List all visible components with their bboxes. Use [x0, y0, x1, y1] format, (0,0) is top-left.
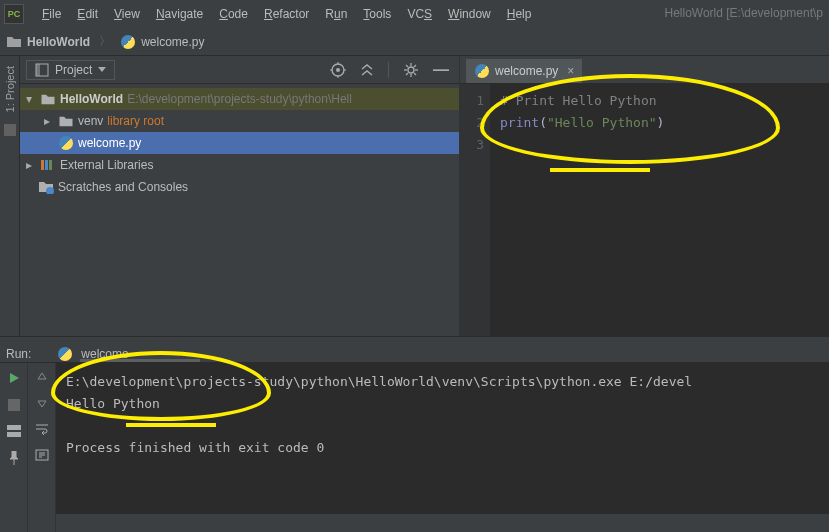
chevron-down-icon: ▾ [26, 92, 36, 106]
code-paren: ( [539, 115, 547, 130]
menu-run[interactable]: Run [317, 4, 355, 24]
tree-external-label: External Libraries [60, 158, 153, 172]
target-icon[interactable] [330, 62, 346, 78]
left-rail: 1: Project [0, 56, 20, 336]
breadcrumb-sep: 〉 [99, 33, 111, 50]
svg-line-15 [406, 73, 408, 75]
soft-wrap-icon[interactable] [35, 423, 49, 435]
svg-line-13 [406, 65, 408, 67]
menu-refactor[interactable]: Refactor [256, 4, 317, 24]
run-gutter-left [0, 363, 28, 532]
tree-root[interactable]: ▾ HelloWorld E:\development\projects-stu… [20, 88, 459, 110]
code-comment: # Print Hello Python [500, 93, 657, 108]
tab-indicator [80, 359, 200, 362]
stop-icon[interactable] [8, 399, 20, 411]
separator [388, 62, 389, 78]
tree-venv[interactable]: ▸ venv library root [20, 110, 459, 132]
project-tree: ▾ HelloWorld E:\development\projects-stu… [20, 84, 459, 198]
breadcrumb-file[interactable]: welcome.py [141, 35, 204, 49]
menu-window[interactable]: Window [440, 4, 499, 24]
console-line: Process finished with exit code 0 [66, 440, 324, 455]
menu-help[interactable]: Help [499, 4, 540, 24]
console-line: Hello Python [66, 396, 160, 411]
editor-tabs: welcome.py × [460, 56, 829, 84]
breadcrumb: HelloWorld 〉 welcome.py [0, 28, 829, 56]
project-view-selector[interactable]: Project [26, 60, 115, 80]
run-gutter-right [28, 363, 56, 532]
pin-icon[interactable] [8, 451, 20, 465]
folder-icon [58, 115, 74, 128]
svg-rect-19 [49, 160, 52, 170]
svg-rect-22 [7, 432, 21, 437]
python-file-icon [120, 34, 136, 50]
scratches-icon [38, 180, 54, 194]
libraries-icon [40, 158, 56, 172]
rerun-icon[interactable] [7, 371, 21, 385]
menu-edit[interactable]: Edit [69, 4, 106, 24]
tree-scratches-label: Scratches and Consoles [58, 180, 188, 194]
breadcrumb-project[interactable]: HelloWorld [27, 35, 90, 49]
code-builtin: print [500, 115, 539, 130]
folder-icon [40, 93, 56, 106]
tree-root-name: HelloWorld [60, 92, 123, 106]
collapse-all-icon[interactable] [360, 63, 374, 77]
run-header: Run: welcome [0, 346, 829, 363]
editor-area: welcome.py × 1 2 3 # Print Hello Python … [460, 56, 829, 336]
menu-bar: PC File Edit View Navigate Code Refactor… [0, 0, 829, 28]
code-editor[interactable]: 1 2 3 # Print Hello Python print("Hello … [460, 84, 829, 336]
tree-root-path: E:\development\projects-study\python\Hel… [127, 92, 352, 106]
tree-venv-hint: library root [107, 114, 164, 128]
close-icon[interactable]: × [567, 64, 574, 78]
menu-code[interactable]: Code [211, 4, 256, 24]
window-title: HelloWorld [E:\development\p [664, 6, 823, 20]
tree-file-name: welcome.py [78, 136, 141, 150]
chevron-right-icon: ▸ [26, 158, 36, 172]
python-file-icon [58, 135, 74, 151]
menu-navigate[interactable]: Navigate [148, 4, 211, 24]
code-content[interactable]: # Print Hello Python print("Hello Python… [490, 84, 829, 336]
editor-tab-welcome[interactable]: welcome.py × [466, 59, 582, 83]
menu-vcs[interactable]: VCS [399, 4, 440, 24]
hide-icon[interactable]: — [433, 61, 449, 79]
tree-external[interactable]: ▸ External Libraries [20, 154, 459, 176]
svg-point-8 [408, 67, 414, 73]
app-icon: PC [4, 4, 24, 24]
project-tool-window: Project — ▾ [20, 56, 460, 336]
splitter[interactable] [0, 336, 829, 346]
folder-icon [6, 35, 22, 49]
rail-project-label[interactable]: 1: Project [4, 62, 16, 116]
down-icon[interactable] [36, 397, 48, 409]
svg-rect-1 [36, 64, 40, 76]
scroll-to-end-icon[interactable] [35, 449, 49, 461]
tree-scratches[interactable]: Scratches and Consoles [20, 176, 459, 198]
project-view-label: Project [55, 63, 92, 77]
line-number: 3 [460, 134, 484, 156]
menu-tools[interactable]: Tools [355, 4, 399, 24]
svg-point-3 [336, 68, 340, 72]
run-tool-window: Run: welcome [0, 346, 829, 514]
annotation-line [126, 423, 216, 427]
svg-line-16 [414, 65, 416, 67]
code-paren: ) [657, 115, 665, 130]
rail-button[interactable] [4, 124, 16, 136]
editor-tab-label: welcome.py [495, 64, 558, 78]
python-file-icon [57, 346, 73, 362]
menu-view[interactable]: View [106, 4, 148, 24]
menu-file[interactable]: File [34, 4, 69, 24]
svg-line-14 [414, 73, 416, 75]
layout-icon[interactable] [7, 425, 21, 437]
chevron-down-icon [98, 67, 106, 72]
up-icon[interactable] [36, 371, 48, 383]
project-header: Project — [20, 56, 459, 84]
python-file-icon [474, 63, 490, 79]
tree-file-selected[interactable]: welcome.py [20, 132, 459, 154]
gear-icon[interactable] [403, 62, 419, 78]
run-label: Run: [6, 347, 31, 361]
project-icon [35, 63, 49, 77]
svg-rect-18 [45, 160, 48, 170]
code-string: "Hello Python" [547, 115, 657, 130]
chevron-right-icon: ▸ [44, 114, 54, 128]
line-number: 2 [460, 112, 484, 134]
tree-venv-name: venv [78, 114, 103, 128]
console-output[interactable]: E:\development\projects-study\python\Hel… [56, 363, 829, 532]
